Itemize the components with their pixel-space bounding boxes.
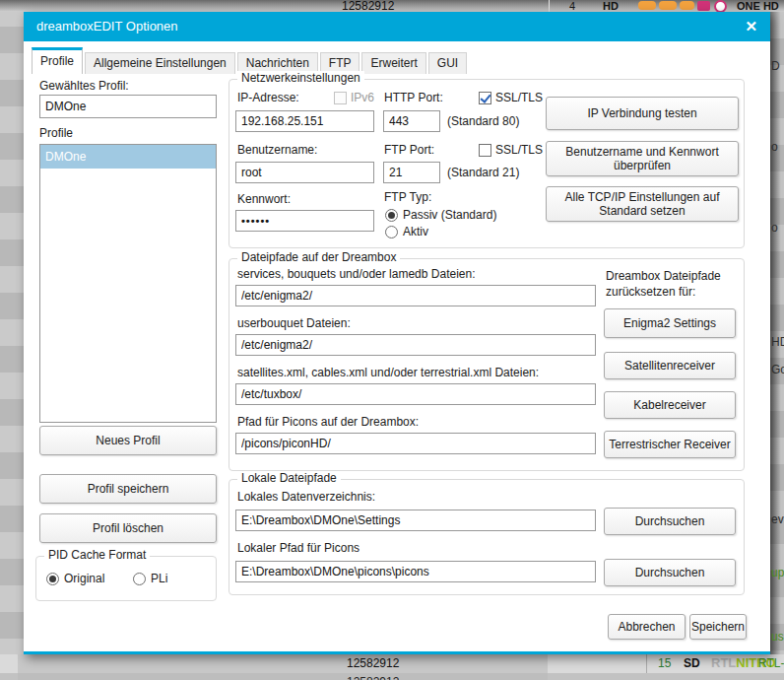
password-label: Kennwort: bbox=[237, 192, 291, 206]
http-ssl-tls-checkbox[interactable] bbox=[479, 92, 491, 104]
clipped-channel-text: ev bbox=[771, 512, 784, 526]
satellites-path-label: satellites.xml, cables.xml und/oder terr… bbox=[237, 366, 539, 379]
pid-original-radio[interactable] bbox=[46, 573, 59, 585]
one-channel-logo-icon bbox=[697, 1, 710, 11]
ftp-port-label: FTP Port: bbox=[384, 143, 434, 157]
dreambox-paths-group: Dateipfade auf der Dreambox services, bo… bbox=[229, 258, 745, 471]
pid-original-label: Original bbox=[64, 572, 104, 585]
background-right-edge: D o o HD Go ev up us bbox=[770, 12, 784, 680]
local-data-dir-label: Lokales Datenverzeichnis: bbox=[237, 490, 375, 504]
close-icon[interactable]: ✕ bbox=[745, 18, 757, 35]
clipped-channel-text: HD bbox=[771, 335, 784, 349]
clipped-channel-text: o bbox=[771, 140, 778, 154]
dialog-titlebar[interactable]: dreamboxEDIT Optionen ✕ bbox=[24, 12, 770, 41]
test-ip-connection-button[interactable]: IP Verbindung testen bbox=[546, 97, 739, 130]
options-dialog: dreamboxEDIT Optionen ✕ Profile Allgemei… bbox=[24, 12, 770, 654]
frequency-cell: 12582912 bbox=[342, 0, 394, 12]
quality-badge: SD bbox=[684, 656, 700, 670]
http-port-input[interactable] bbox=[383, 110, 440, 132]
dreambox-paths-title: Dateipfade auf der Dreambox bbox=[237, 250, 400, 264]
background-top-row: 12582912 4 HD ONE HD bbox=[0, 0, 784, 12]
frequency-column-band bbox=[18, 673, 548, 680]
reset-terrestrial-receiver-button[interactable]: Terrestrischer Receiver bbox=[604, 431, 736, 458]
selected-profile-label: Gewähltes Profil: bbox=[39, 79, 129, 93]
clipped-channel-text: us bbox=[771, 630, 784, 644]
reset-satellite-receiver-button[interactable]: Satellitenreceiver bbox=[604, 352, 736, 379]
screen: 12582912 4 HD ONE HD D o o HD Go ev up u… bbox=[0, 0, 784, 680]
ipv6-checkbox bbox=[334, 92, 347, 104]
reset-cable-receiver-button[interactable]: Kabelreceiver bbox=[604, 391, 736, 419]
dialog-title: dreamboxEDIT Optionen bbox=[36, 12, 178, 41]
tab-profile[interactable]: Profile bbox=[32, 47, 83, 74]
reset-paths-label-line2: zurücksetzen für: bbox=[606, 285, 695, 299]
clipped-channel-text: D bbox=[771, 59, 780, 73]
ftp-standard-hint: (Standard 21) bbox=[447, 166, 519, 179]
local-data-dir-input[interactable] bbox=[235, 510, 596, 531]
ftp-port-input[interactable] bbox=[383, 162, 440, 183]
services-path-input[interactable] bbox=[235, 285, 596, 306]
local-picons-path-input[interactable] bbox=[235, 561, 596, 582]
delete-profile-button[interactable]: Profil löschen bbox=[39, 513, 217, 543]
ftp-type-label: FTP Typ: bbox=[384, 190, 431, 204]
profiles-listbox[interactable]: DMOne bbox=[39, 144, 217, 423]
ftp-ssl-tls-checkbox[interactable] bbox=[479, 144, 491, 157]
selected-profile-input[interactable] bbox=[39, 95, 217, 118]
channel-number: 15 bbox=[658, 656, 671, 670]
channel-number: 4 bbox=[569, 0, 575, 12]
new-profile-button[interactable]: Neues Profil bbox=[39, 426, 217, 455]
column-divider bbox=[549, 0, 550, 12]
username-input[interactable] bbox=[235, 162, 374, 183]
one-channel-logo-icon bbox=[659, 1, 677, 10]
profile-list-item[interactable]: DMOne bbox=[40, 145, 216, 169]
reset-enigma2-settings-button[interactable]: Enigma2 Settings bbox=[604, 308, 736, 338]
background-table-row-partial: 12582912 bbox=[0, 673, 784, 680]
satellites-path-input[interactable] bbox=[235, 383, 596, 405]
verify-credentials-button[interactable]: Benutzername und Kennwort überprüfen bbox=[546, 141, 739, 176]
userbouquet-path-label: userbouquet Dateien: bbox=[237, 316, 351, 330]
one-channel-logo-icon bbox=[714, 0, 727, 12]
reset-tcpip-button[interactable]: Alle TCP/IP Einstellungen auf Standard s… bbox=[546, 186, 739, 222]
channel-name: ONE HD bbox=[737, 0, 779, 12]
clipped-channel-text: o bbox=[771, 221, 778, 235]
reset-paths-label-line1: Dreambox Dateipfade bbox=[606, 269, 721, 283]
column-divider bbox=[646, 654, 647, 673]
pid-pli-label: PLi bbox=[151, 572, 167, 585]
clipped-channel-text: Go bbox=[771, 363, 784, 376]
picons-path-input[interactable] bbox=[235, 433, 596, 454]
frequency-cell: 12582912 bbox=[347, 675, 399, 680]
local-paths-group: Lokale Dateipfade Lokales Datenverzeichn… bbox=[229, 479, 745, 595]
browse-picons-path-button[interactable]: Durchsuchen bbox=[604, 559, 736, 586]
tab-allgemeine-einstellungen[interactable]: Allgemeine Einstellungen bbox=[85, 52, 235, 74]
userbouquet-path-input[interactable] bbox=[235, 334, 596, 356]
username-label: Benutzername: bbox=[237, 143, 317, 157]
http-port-label: HTTP Port: bbox=[384, 91, 443, 104]
tab-gui[interactable]: GUI bbox=[428, 52, 467, 74]
http-ssl-tls-label: SSL/TLS bbox=[495, 91, 543, 104]
one-channel-logo-icon bbox=[638, 1, 656, 10]
local-picons-path-label: Lokaler Pfad für Picons bbox=[237, 541, 359, 555]
quality-badge: HD bbox=[603, 0, 619, 12]
ftp-ssl-tls-label: SSL/TLS bbox=[495, 143, 543, 157]
ftp-passive-radio[interactable] bbox=[385, 209, 398, 222]
pid-pli-radio[interactable] bbox=[133, 573, 146, 585]
password-input[interactable] bbox=[235, 210, 374, 232]
pid-cache-format-group: PID Cache Format Original PLi bbox=[35, 556, 217, 601]
network-settings-title: Netzwerkeinstellungen bbox=[237, 71, 364, 85]
ftp-active-radio[interactable] bbox=[385, 226, 398, 238]
browse-data-dir-button[interactable]: Durchsuchen bbox=[604, 508, 736, 535]
frequency-cell: 12582912 bbox=[347, 656, 399, 670]
tab-erweitert[interactable]: Erweitert bbox=[361, 52, 425, 74]
ftp-active-label: Aktiv bbox=[403, 225, 428, 238]
profiles-label: Profile bbox=[39, 126, 73, 140]
pid-cache-format-title: PID Cache Format bbox=[44, 548, 150, 562]
cancel-button[interactable]: Abbrechen bbox=[608, 614, 686, 640]
save-profile-button[interactable]: Profil speichern bbox=[39, 474, 217, 504]
frequency-column-band bbox=[18, 654, 548, 673]
channel-name: RTL-Nitr bbox=[758, 656, 784, 670]
ftp-passive-label: Passiv (Standard) bbox=[403, 208, 496, 222]
ipv6-label: IPv6 bbox=[351, 91, 374, 104]
ip-address-input[interactable] bbox=[235, 110, 374, 132]
background-table-row: 12582912 15 SD RTLNITRO RTL-Nitr bbox=[0, 654, 784, 673]
network-settings-group: Netzwerkeinstellungen IP-Adresse: IPv6 H… bbox=[229, 79, 745, 248]
save-button[interactable]: Speichern bbox=[689, 614, 747, 640]
